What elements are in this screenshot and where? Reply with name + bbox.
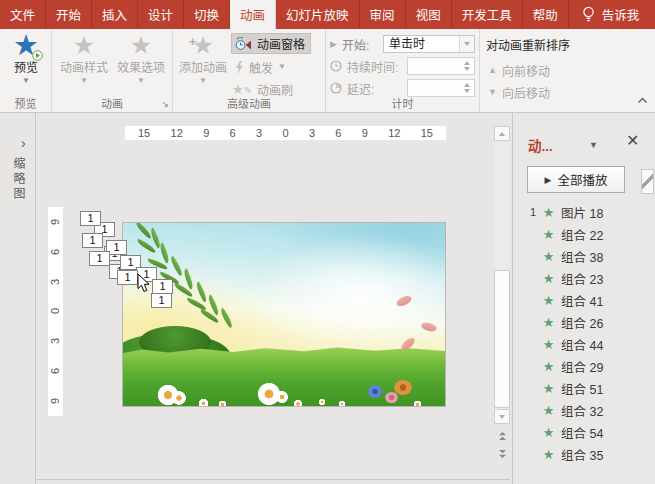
slide-image[interactable] — [122, 222, 446, 407]
previous-slide-button[interactable] — [494, 428, 510, 443]
add-animation-label: 添加动画 — [179, 62, 227, 75]
group-label-timing: 计时 — [326, 95, 479, 111]
animation-number-tag[interactable]: 1 — [151, 293, 172, 308]
animation-pane-item[interactable]: ★组合 29 — [513, 355, 655, 377]
collapse-ribbon-button[interactable] — [637, 93, 648, 107]
group-label-advanced: 高级动画 — [173, 95, 325, 111]
chevron-up-icon — [637, 97, 648, 104]
horizontal-ruler: 151296303691215 — [125, 126, 446, 140]
animation-pane-item[interactable]: 1★图片 18 — [513, 201, 655, 223]
scroll-down-button[interactable] — [494, 409, 510, 424]
menu-tab[interactable]: 开始 — [46, 0, 92, 29]
pane-scrollbar-button[interactable] — [641, 169, 654, 194]
scroll-up-button[interactable] — [494, 126, 510, 141]
menu-tab[interactable]: 视图 — [406, 0, 452, 29]
start-combobox[interactable]: 单击时 — [383, 35, 475, 53]
animation-pane-item[interactable]: ★组合 41 — [513, 289, 655, 311]
animation-pane-item[interactable]: ★组合 26 — [513, 311, 655, 333]
animation-number-tag[interactable]: 1 — [89, 251, 110, 266]
item-label: 组合 35 — [561, 445, 603, 464]
work-area: › 缩略图 151296303691215 9630369 1111111111… — [0, 113, 655, 484]
reorder-title: 对动画重新排序 — [486, 36, 570, 53]
star-icon: ★ — [540, 315, 557, 330]
arrow-down-icon: ▼ — [488, 87, 497, 97]
start-row: ▶ 开始: — [330, 34, 369, 54]
thumbnail-strip-label: 缩略图 — [10, 157, 27, 202]
trigger-caret: ▼ — [278, 63, 286, 71]
ruler-number: 12 — [388, 127, 400, 139]
pink-flower — [385, 392, 398, 403]
animation-number-tag[interactable]: 1 — [117, 270, 138, 285]
animation-pane-icon — [235, 37, 252, 51]
lightbulb-icon — [582, 6, 595, 23]
preview-label: 预览 — [14, 62, 38, 75]
ruler-number: 3 — [256, 127, 262, 139]
menu-tab[interactable]: 设计 — [138, 0, 184, 29]
animation-pane-item[interactable]: ★组合 32 — [513, 399, 655, 421]
scrollbar-thumb[interactable] — [494, 270, 510, 408]
ruler-number: 12 — [171, 127, 183, 139]
animation-styles-star-icon: ★ — [73, 31, 95, 62]
animation-pane-item[interactable]: ★组合 54 — [513, 421, 655, 443]
ribbon-tab-bar: 文件开始插入设计切换动画幻灯片放映审阅视图开发工具帮助 告诉我 共享 — [0, 0, 655, 29]
animation-pane-item[interactable]: ★组合 44 — [513, 333, 655, 355]
animation-styles-button: ★ 动画样式 ▼ — [56, 31, 112, 85]
tell-me-label: 告诉我 — [602, 5, 640, 24]
menu-tab[interactable]: 文件 — [0, 0, 46, 29]
animation-pane-item[interactable]: ★组合 38 — [513, 245, 655, 267]
daisy-flower — [293, 399, 303, 407]
animation-number-tag[interactable]: 1 — [152, 279, 173, 294]
menu-tab[interactable]: 插入 — [92, 0, 138, 29]
star-icon: ★ — [540, 249, 557, 264]
star-icon: ★ — [540, 447, 557, 462]
animation-pane-toggle-button[interactable]: 动画窗格 — [231, 33, 311, 54]
canvas-bottom-border — [37, 479, 510, 480]
animation-pane-item[interactable]: ★组合 23 — [513, 267, 655, 289]
start-value: 单击时 — [389, 37, 425, 52]
preview-button[interactable]: ★ 预览 ▼ — [0, 31, 54, 85]
move-later-button: ▼ 向后移动 — [488, 82, 550, 102]
menu-tab[interactable]: 幻灯片放映 — [276, 0, 360, 29]
duration-row: 持续时间: — [330, 56, 398, 76]
ruler-number: 3 — [50, 279, 62, 285]
move-later-label: 向后移动 — [502, 84, 550, 101]
ruler-number: 15 — [138, 127, 150, 139]
menu-tab[interactable]: 审阅 — [360, 0, 406, 29]
animation-pane-item[interactable]: ★组合 35 — [513, 443, 655, 465]
animation-pane-title: 动... — [528, 135, 553, 155]
pane-dropdown-caret-icon[interactable]: ▼ — [589, 140, 598, 150]
animation-number-tag[interactable]: 1 — [82, 233, 103, 248]
play-icon: ▶ — [545, 175, 552, 185]
item-label: 组合 29 — [561, 357, 603, 376]
group-preview: ★ 预览 ▼ 预览 — [0, 29, 52, 112]
menu-tab[interactable]: 动画 — [230, 0, 276, 29]
ruler-number: 3 — [50, 338, 62, 344]
animation-pane-item[interactable]: ★组合 51 — [513, 377, 655, 399]
lightning-icon — [235, 61, 244, 74]
item-label: 组合 32 — [561, 401, 603, 420]
tell-me-button[interactable]: 告诉我 — [569, 0, 653, 29]
menu-tab[interactable]: 切换 — [184, 0, 230, 29]
menu-tabs: 文件开始插入设计切换动画幻灯片放映审阅视图开发工具帮助 — [0, 0, 569, 29]
animation-dialog-launcher-icon[interactable]: ↘ — [161, 99, 169, 109]
expand-thumbnails-chevron-icon[interactable]: › — [21, 135, 26, 151]
start-combo-arrow[interactable] — [459, 36, 474, 52]
star-icon: ★ — [540, 205, 557, 220]
menu-tab[interactable]: 帮助 — [523, 0, 569, 29]
ruler-number: 9 — [362, 127, 368, 139]
preview-dropdown-caret[interactable]: ▼ — [22, 77, 30, 85]
group-label-preview: 预览 — [0, 95, 51, 111]
ruler-number: 6 — [50, 368, 62, 374]
menu-tab[interactable]: 开发工具 — [452, 0, 523, 29]
pane-close-icon[interactable]: ✕ — [626, 131, 639, 150]
play-all-button[interactable]: ▶ 全部播放 — [527, 166, 625, 193]
next-slide-button[interactable] — [494, 446, 510, 461]
daisy-flower — [318, 398, 326, 406]
duration-label: 持续时间: — [347, 58, 398, 75]
animation-number-tag[interactable]: 1 — [80, 211, 101, 226]
ruler-number: 15 — [421, 127, 433, 139]
daisy-flower — [338, 400, 346, 407]
double-chevron-up-icon — [498, 431, 507, 441]
ruler-number: 6 — [335, 127, 341, 139]
animation-pane-item[interactable]: ★组合 22 — [513, 223, 655, 245]
